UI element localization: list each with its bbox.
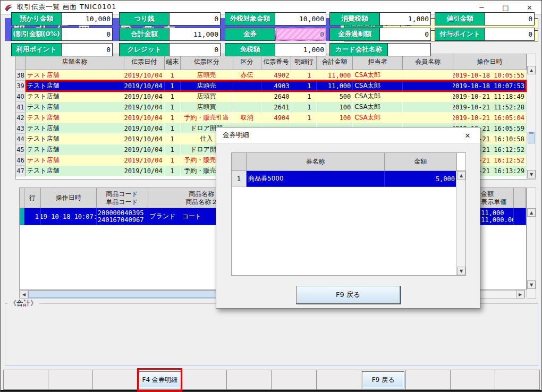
totals-section-label: 《合計》 [7,299,39,308]
cell-voucher-amount: 5,000 [385,171,457,187]
table-row[interactable]: 42 テスト店舗 2019/10/04 1 予約・販売引当 取消 4904 1 … [16,113,527,123]
cell-item-code: 200000040395 240167040967 [97,208,148,225]
cell-store: テスト店舗 [26,91,124,102]
function-slot-f4: F4 金券明細 [138,370,182,389]
totals-section: 《合計》 [5,303,538,366]
function-slot [451,370,495,389]
dialog-title: 金券明細 [223,131,249,140]
column-header-date: 伝票日付 [124,54,165,70]
scroll-left-icon[interactable]: ◀ [20,290,28,299]
cell-store: テスト店舗 [26,166,124,176]
slip-table-header: 店舗名称 伝票日付 端末 伝票区分 区分 伝票番号 明細行 合計金額 担当者 会… [16,54,527,70]
window-title: 取引伝票一覧 画面 TNIC0101 [17,3,116,12]
window-bottom-edge [1,390,542,392]
cell-store: テスト店舗 [26,134,124,144]
cell-date: 2019/10/04 [124,123,165,134]
column-header-store: 店舗名称 [26,54,124,70]
cell-date: 2019/10/04 [124,81,165,91]
dialog-titlebar: 金券明細 ✕ [216,127,480,143]
cell-terminal: 1 [165,166,181,176]
function-slot [182,370,227,389]
cell-rowno: 43 [16,123,26,134]
cell-member [403,81,453,91]
cell-terminal: 1 [165,155,181,166]
cell-optime: 2019-10-21 16:05:04 [453,113,527,123]
cell-member [403,91,453,102]
cell-store: テスト店舗 [26,81,124,91]
voucher-table-scrollbar[interactable]: ▲ ▼ [456,171,465,275]
cell-member [403,70,453,81]
column-header-terminal: 端末 [165,54,181,70]
cell-store: テスト店舗 [26,144,124,155]
scrollbar-thumb[interactable] [528,132,535,143]
column-header-lines: 明細行 [291,54,317,70]
column-header-extra [514,188,526,208]
scroll-up-icon[interactable]: ▲ [527,208,536,217]
app-icon [4,3,13,12]
cell-optime: 2019-10-18 10:07:53 [41,208,97,225]
scroll-down-icon[interactable]: ▼ [457,267,465,275]
column-header-marker [20,188,24,208]
cell-total: 11,000 [317,70,353,81]
column-header-member: 会員名称 [403,54,453,70]
cell-division [233,81,261,91]
cell-total: 100 [317,102,353,113]
slip-table-scrollbar[interactable]: ▲ ▼ [527,54,536,180]
cell-staff: CSA太郎 [353,113,403,123]
cell-date: 2019/10/04 [124,102,165,113]
cell-lines: 1 [291,70,317,81]
dialog-f9-back-button[interactable]: F9 戻る [296,286,400,304]
current-row-marker [20,208,24,225]
f9-back-button[interactable]: F9 戻る [362,371,404,388]
cell-line-no: 1 [24,208,41,225]
cell-terminal: 1 [165,91,181,102]
cell-staff: CSA太郎 [353,91,403,102]
voucher-row[interactable]: 1 商品券5000 5,000 [232,171,465,187]
table-row[interactable]: 40 テスト店舗 2019/10/04 1 店頭買 2640 1 500 CSA… [16,91,527,102]
field-tax-free: 免税額1,000 [225,43,326,56]
field-points-used: 利用ポイント0 [11,43,113,56]
field-discount-amount: 値引金額0 [435,12,535,25]
cell-date: 2019/10/04 [124,166,165,176]
cell-terminal: 1 [165,113,181,123]
dialog-close-icon[interactable]: ✕ [460,127,476,143]
table-row[interactable]: 38 テスト店舗 2019/10/04 1 店頭売 赤伝 4902 1 11,0… [16,70,527,81]
table-row[interactable]: 39 テスト店舗 2019/10/04 1 店頭売 4903 1 11,000 … [16,81,527,91]
voucher-amount-input[interactable]: 0 [275,28,326,41]
cell-slip-no: 4903 [261,81,292,91]
cell-date: 2019/10/04 [124,113,165,123]
field-taxable-amount: 外税対象金額10,000 [225,12,326,25]
cell-rowno: 40 [16,91,26,102]
function-bar: F4 金券明細 F9 戻る [3,370,540,390]
field-voucher: 金券0 [225,28,326,41]
cell-date: 2019/10/04 [124,134,165,144]
column-header-optime: 操作日時 [41,188,97,208]
cell-rowno: 45 [16,144,26,155]
cell-division: 赤伝 [233,70,261,81]
field-deposit: 預かり金額10,000 [11,12,113,25]
cell-slip-type: 店頭買 [181,102,233,113]
field-change: つり銭0 [119,12,221,25]
column-header-rowno [232,153,247,171]
f4-voucher-detail-button[interactable]: F4 金券明細 [139,371,181,388]
cell-division [233,91,261,102]
scroll-right-icon[interactable]: ▶ [516,290,524,299]
field-grand-total: 合計金額11,000 [119,28,221,41]
scroll-down-icon[interactable]: ▼ [527,280,536,289]
cell-terminal: 1 [165,70,181,81]
cell-date: 2019/10/04 [124,91,165,102]
table-row[interactable]: 41 テスト店舗 2019/10/04 1 店頭買 2641 1 100 CSA… [16,102,527,113]
cell-optime: 2019-10-21 11:18:49 [453,91,527,102]
column-header-staff: 担当者 [353,54,403,70]
cell-slip-type: 予約・販売引当 [181,113,233,123]
cell-optime: 2019-10-18 10:07:53 [453,81,527,91]
detail-table-vscrollbar[interactable]: ▲ ▼ [527,188,536,299]
cell-store: テスト店舗 [26,123,124,134]
function-slot [48,370,93,389]
scroll-up-icon[interactable]: ▲ [527,66,536,74]
scroll-up-icon[interactable]: ▲ [457,171,465,180]
function-slot [3,370,48,389]
function-slot [317,370,361,389]
scroll-down-icon[interactable]: ▼ [527,170,536,178]
cell-slip-no: 4904 [261,113,292,123]
